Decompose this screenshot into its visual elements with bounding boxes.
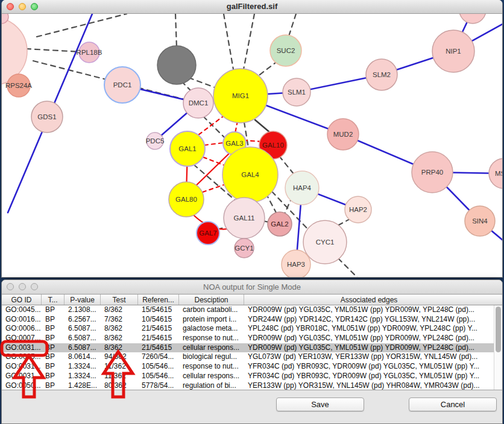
column-header-referen[interactable]: Referen...	[138, 295, 179, 305]
table-cell: 6.2567...	[65, 315, 101, 325]
table-cell: 1.3324...	[65, 372, 101, 381]
table-cell: protein import i...	[179, 315, 244, 325]
network-node-mig1[interactable]: MIG1	[213, 69, 268, 123]
network-edge-reddash[interactable]	[204, 143, 224, 145]
network-window-titlebar[interactable]: galFiltered.sif	[2, 0, 502, 14]
network-node[interactable]	[459, 14, 486, 23]
table-cell: GO:0065...	[2, 352, 42, 362]
column-header-t[interactable]: T...	[42, 295, 65, 305]
network-node-nip1[interactable]: NIP1	[432, 30, 474, 72]
network-node-hap4[interactable]: HAP4	[285, 171, 319, 205]
network-node-slm1[interactable]: SLM1	[283, 78, 310, 106]
network-canvas[interactable]: RPL18BRPS24AGDS1PDC1DMC1MIG1SUC2SLM1SLM2…	[2, 14, 502, 277]
network-edge-dash[interactable]	[257, 61, 278, 76]
node-label: GCY1	[235, 245, 253, 252]
cancel-button[interactable]: Cancel	[409, 398, 497, 411]
node-label: PDC5	[146, 137, 165, 145]
table-cell: YDR009W (pd) YGL035C, YML051W (pp) YDR00…	[244, 305, 494, 315]
table-row[interactable]: GO:0007...BP6.5087...8/36221/54615respon…	[2, 334, 494, 343]
table-cell: BP	[42, 362, 65, 372]
table-cell: GO:0006...	[2, 324, 42, 334]
noa-window-titlebar[interactable]: NOA output for Single Mode	[2, 280, 502, 295]
table-cell: GO:0031...	[2, 343, 42, 353]
network-node-gcy1[interactable]: GCY1	[235, 238, 254, 258]
network-edge-dash[interactable]	[26, 49, 80, 52]
table-cell: 7/362	[101, 315, 138, 325]
node-label: HAP4	[293, 184, 312, 192]
network-node-hap3[interactable]: HAP3	[282, 250, 310, 277]
node-label: GAL11	[234, 214, 255, 222]
network-node-gal80[interactable]: GAL80	[169, 182, 204, 217]
network-edge-reddash[interactable]	[203, 185, 224, 192]
table-row[interactable]: GO:0065...BP8.0614...94/3627260/54...bio…	[2, 352, 494, 362]
network-node-dmc1[interactable]: DMC1	[183, 88, 213, 118]
network-edge-dark[interactable]	[255, 120, 271, 133]
table-row[interactable]: GO:0006...BP6.5087...8/36221/54615galact…	[2, 324, 494, 334]
table-cell: 2.1308...	[65, 305, 101, 315]
network-edge-dash[interactable]	[244, 14, 254, 69]
table-row[interactable]: GO:0045...BP2.1308...8/36215/54615carbon…	[2, 305, 494, 315]
network-edge-dash[interactable]	[279, 156, 295, 175]
table-row[interactable]: GO:0050...BP1.428E...80/3625778/54...reg…	[2, 381, 494, 391]
node-label: PDC1	[113, 81, 132, 89]
network-node-slm2[interactable]: SLM2	[366, 59, 397, 90]
column-header-go-id[interactable]: GO ID	[2, 295, 42, 305]
node-label: SLM2	[373, 71, 391, 78]
node-label: CYC1	[316, 238, 335, 246]
network-edge-dash[interactable]	[338, 258, 358, 277]
table-cell: 8/362	[101, 343, 138, 353]
column-header-test[interactable]: Test	[101, 295, 138, 305]
network-node-gds1[interactable]: GDS1	[31, 101, 63, 132]
network-node-cyc1[interactable]: CYC1	[303, 220, 347, 264]
node-label: SUC2	[277, 47, 295, 54]
network-edge-dash[interactable]	[175, 14, 177, 48]
window-title: galFiltered.sif	[2, 0, 502, 13]
column-header-desciption[interactable]: Desciption	[179, 295, 244, 305]
column-header-p-value[interactable]: P-value	[65, 295, 101, 305]
table-row[interactable]: GO:0016...BP6.2567...7/36210/54615protei…	[2, 315, 494, 325]
table-cell: cellular respons...	[179, 343, 244, 353]
node-label: RPS24A	[5, 82, 32, 89]
network-node-mud2[interactable]: MUD2	[327, 119, 359, 150]
table-cell: YER133W (pp) YOR315W, YNL145W (pd) YHR08…	[244, 381, 494, 391]
table-cell: 105/546...	[138, 362, 179, 372]
scrollbar-thumb[interactable]	[496, 307, 501, 352]
save-button[interactable]: Save	[276, 398, 364, 411]
network-edge-dash[interactable]	[224, 14, 233, 69]
node-label: GAL7	[199, 229, 216, 237]
network-edge-dash[interactable]	[289, 14, 296, 36]
network-edge-dash[interactable]	[189, 78, 218, 89]
column-header-associated-edges[interactable]: Associated edges	[244, 295, 494, 305]
network-node-gal2[interactable]: GAL2	[268, 212, 292, 236]
network-node[interactable]	[157, 46, 196, 84]
table-row[interactable]: GO:0031...BP6.5087...8/36221/54615cellul…	[2, 343, 494, 353]
network-node-msl1[interactable]: MSL1	[489, 158, 502, 189]
table-row[interactable]: GO:0031...BP1.3324...11/362105/546...res…	[2, 362, 494, 372]
table-cell: YDR009W (pd) YGL035C, YML051W (pp) YDR00…	[244, 334, 494, 343]
table-cell: GO:0007...	[2, 334, 42, 343]
network-node-gal11[interactable]: GAL11	[224, 198, 265, 238]
network-node-suc2[interactable]: SUC2	[270, 35, 301, 66]
table-cell: 8/362	[101, 324, 138, 334]
network-node-hap2[interactable]: HAP2	[345, 196, 371, 223]
network-node-prp40[interactable]: PRP40	[412, 152, 453, 193]
network-node-gal7[interactable]: GAL7	[197, 222, 219, 245]
node-label: GDS1	[37, 113, 56, 120]
table-cell: GO:0031...	[2, 362, 42, 372]
table-cell: 5778/54...	[138, 381, 179, 391]
network-node-gal4[interactable]: GAL4	[222, 147, 278, 202]
network-node-sin4[interactable]: SIN4	[465, 206, 495, 236]
network-node-pdc5[interactable]: PDC5	[146, 132, 165, 149]
table-cell: 1.428E...	[65, 381, 101, 391]
vertical-scrollbar[interactable]	[494, 305, 502, 390]
network-node-gal1[interactable]: GAL1	[170, 131, 205, 166]
network-edge-dash[interactable]	[37, 14, 127, 37]
table-cell: 15/54615	[138, 305, 179, 315]
table-cell: response to nut...	[179, 362, 244, 372]
table-cell: BP	[42, 381, 65, 391]
table-cell: 80/362	[101, 381, 138, 391]
network-node-rpl18b[interactable]: RPL18B	[77, 42, 102, 63]
network-node-pdc1[interactable]: PDC1	[104, 67, 140, 103]
table-row[interactable]: GO:0031...BP1.3324...11/362105/546...cel…	[2, 372, 494, 381]
table-rows: GO:0045...BP2.1308...8/36215/54615carbon…	[2, 305, 494, 390]
